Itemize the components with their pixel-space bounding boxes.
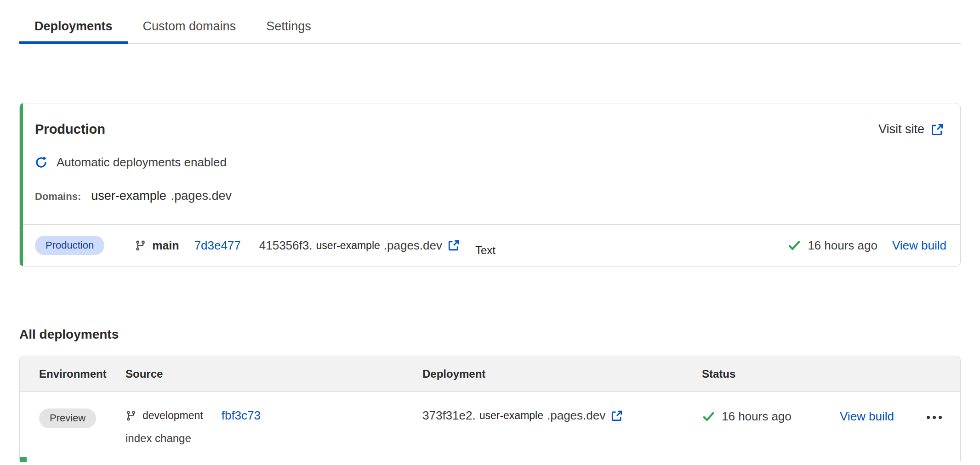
- production-deployment-row: Production main 7d3e477 415356f3. user-e…: [23, 224, 960, 266]
- source-group: development: [125, 409, 203, 422]
- production-card-header: Production Visit site: [20, 103, 960, 224]
- all-deployments-heading: All deployments: [19, 327, 961, 342]
- check-icon: [787, 238, 801, 252]
- deployment-domain-suffix: .pages.dev: [547, 408, 605, 423]
- domain-suffix: .pages.dev: [171, 189, 232, 203]
- deployment-subdomain: 373f31e2.: [422, 408, 476, 423]
- actions-cell: View build: [840, 409, 942, 424]
- page-content: Deployments Custom domains Settings Prod…: [0, 12, 980, 461]
- git-branch-icon: [135, 240, 146, 251]
- deployment-time: 16 hours ago: [808, 238, 877, 253]
- deployment-status-group: 16 hours ago View build: [787, 238, 946, 253]
- domains-row: Domains: user-example .pages.dev: [35, 189, 944, 203]
- domains-label: Domains:: [35, 191, 81, 203]
- production-card-title: Production: [35, 122, 105, 137]
- environment-badge-production: Production: [35, 236, 104, 255]
- tab-settings[interactable]: Settings: [251, 12, 326, 43]
- production-indicator-strip: [20, 103, 23, 266]
- deployment-url[interactable]: 415356f3. user-example .pages.dev: [259, 238, 460, 253]
- deployment-cell[interactable]: 373f31e2. user-example .pages.dev: [422, 408, 702, 423]
- table-header-row: Environment Source Deployment Status: [20, 356, 960, 392]
- automatic-deployments-label: Automatic deployments enabled: [57, 155, 227, 170]
- automatic-deployments-status: Automatic deployments enabled: [35, 155, 944, 170]
- deployment-domain-suffix: .pages.dev: [384, 238, 442, 253]
- tab-custom-domains[interactable]: Custom domains: [128, 12, 251, 43]
- check-icon: [702, 410, 715, 423]
- commit-sha-link[interactable]: 7d3e477: [194, 238, 241, 253]
- refresh-icon: [35, 156, 47, 169]
- tab-bar: Deployments Custom domains Settings: [19, 12, 961, 44]
- domain-name: user-example: [91, 189, 166, 203]
- environment-cell: Preview: [39, 408, 125, 428]
- visit-site-link[interactable]: Visit site: [878, 122, 944, 136]
- external-link-icon[interactable]: [448, 239, 460, 251]
- tab-deployments[interactable]: Deployments: [19, 12, 128, 43]
- table-row: Preview development fbf3c73 index change: [20, 392, 960, 457]
- column-header-status: Status: [702, 368, 840, 380]
- environment-badge-preview: Preview: [39, 408, 96, 428]
- production-indicator-strip: [20, 457, 27, 462]
- ellipsis-menu-icon[interactable]: [927, 416, 942, 419]
- branch-name: development: [142, 409, 203, 422]
- git-branch-icon: [125, 410, 137, 421]
- commit-message: index change: [125, 432, 422, 445]
- deployment-domain: user-example: [316, 239, 380, 252]
- production-card: Production Visit site: [19, 103, 961, 267]
- deployment-domain: user-example: [479, 409, 543, 422]
- column-header-environment: Environment: [39, 368, 125, 380]
- column-header-source: Source: [125, 368, 422, 380]
- visit-site-label: Visit site: [878, 122, 924, 136]
- next-row-peek: [20, 457, 960, 461]
- branch-name: main: [152, 239, 179, 252]
- deployment-time: 16 hours ago: [722, 409, 792, 424]
- external-link-icon[interactable]: [611, 410, 623, 422]
- commit-sha-link[interactable]: fbf3c73: [222, 408, 261, 423]
- deployments-table: Environment Source Deployment Status Pre…: [19, 356, 961, 461]
- status-cell: 16 hours ago: [702, 409, 840, 424]
- external-link-icon: [931, 123, 944, 136]
- source-cell: development fbf3c73 index change: [125, 408, 422, 445]
- column-header-deployment: Deployment: [422, 368, 702, 380]
- source-group: main: [135, 239, 179, 252]
- view-build-link[interactable]: View build: [840, 409, 894, 424]
- view-build-link[interactable]: View build: [892, 238, 946, 253]
- commit-message: Text: [475, 244, 496, 257]
- deployment-subdomain: 415356f3.: [259, 238, 313, 253]
